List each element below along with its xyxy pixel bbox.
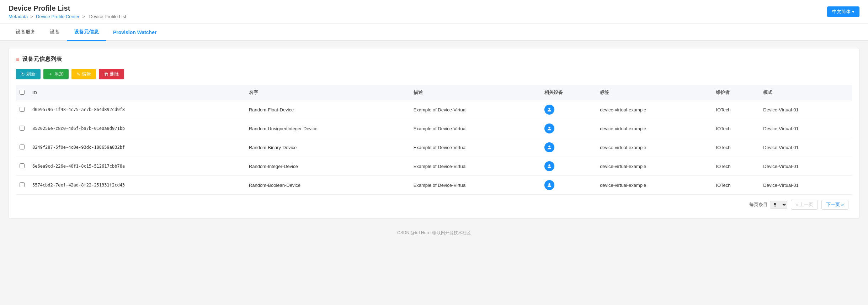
per-page-label: 每页条目 — [749, 201, 768, 208]
breadcrumb-metadata[interactable]: Metadata — [9, 14, 28, 19]
table-header-row: ID 名字 描述 相关设备 标签 维护者 模式 — [16, 85, 852, 100]
related-device-button[interactable] — [544, 105, 554, 115]
refresh-button[interactable]: ↻ 刷新 — [16, 69, 41, 79]
row-checkbox[interactable] — [20, 163, 25, 168]
row-checkbox[interactable] — [20, 126, 25, 131]
row-device-btn-cell — [541, 138, 596, 157]
row-model: Device-Virtual-01 — [760, 100, 852, 119]
tab-device-meta[interactable]: 设备元信息 — [67, 24, 106, 41]
svg-point-3 — [548, 164, 550, 166]
th-tags: 标签 — [596, 85, 712, 100]
th-checkbox — [16, 85, 29, 100]
row-model: Device-Virtual-01 — [760, 119, 852, 138]
row-maintainer: IOTech — [712, 176, 760, 195]
row-id: 8249f287-5f0e-4c0e-93dc-188659a832bf — [29, 138, 245, 157]
device-icon — [547, 163, 552, 169]
card-title: ≡ 设备元信息列表 — [16, 56, 852, 63]
row-device-btn-cell — [541, 176, 596, 195]
tabs-bar: 设备服务 设备 设备元信息 Provision Watcher — [0, 24, 868, 41]
edit-button[interactable]: ✎ 编辑 — [71, 69, 96, 79]
row-name: Random-Binary-Device — [245, 138, 410, 157]
delete-button[interactable]: 🗑 删除 — [99, 69, 124, 79]
th-model: 模式 — [760, 85, 852, 100]
table-row: 5574cbd2-7eef-42ad-8f22-251331f2cd43 Ran… — [16, 176, 852, 195]
card-title-text: 设备元信息列表 — [22, 56, 62, 63]
row-checkbox[interactable] — [20, 107, 25, 112]
row-tags: device-virtual-example — [596, 157, 712, 176]
footer-text: CSDN @IoTHub · 物联网开源技术社区 — [397, 230, 471, 235]
related-device-button[interactable] — [544, 142, 554, 152]
pagination-bar: 每页条目 5 10 20 « 上一页 下一页 » — [16, 195, 852, 211]
row-device-btn-cell — [541, 100, 596, 119]
related-device-button[interactable] — [544, 123, 554, 133]
device-icon — [547, 182, 552, 188]
svg-point-1 — [548, 127, 550, 128]
row-id: 6e6ea9cd-226e-40f1-8c15-512617cbb78a — [29, 157, 245, 176]
row-maintainer: IOTech — [712, 138, 760, 157]
device-icon — [547, 144, 552, 150]
row-id: 8520256e-c8c0-4d6f-ba7b-01e0a8d971bb — [29, 119, 245, 138]
select-all-checkbox[interactable] — [20, 90, 25, 95]
row-name: Random-UnsignedInteger-Device — [245, 119, 410, 138]
language-button[interactable]: 中文简体 ▾ — [827, 6, 859, 17]
related-device-button[interactable] — [544, 161, 554, 171]
row-name: Random-Integer-Device — [245, 157, 410, 176]
main-content: ≡ 设备元信息列表 ↻ 刷新 ＋ 添加 ✎ 编辑 🗑 删除 — [0, 41, 868, 226]
row-id: d0e95796-1f48-4c75-ac7b-864d892cd9f8 — [29, 100, 245, 119]
related-device-button[interactable] — [544, 180, 554, 190]
breadcrumb-device-profile-center[interactable]: Device Profile Center — [36, 14, 80, 19]
row-maintainer: IOTech — [712, 119, 760, 138]
row-description: Example of Device-Virtual — [410, 100, 541, 119]
row-model: Device-Virtual-01 — [760, 176, 852, 195]
svg-point-2 — [548, 146, 550, 147]
device-icon — [547, 107, 552, 112]
next-page-button[interactable]: 下一页 » — [821, 200, 848, 210]
add-button[interactable]: ＋ 添加 — [43, 69, 69, 79]
row-tags: device-virtual-example — [596, 100, 712, 119]
row-checkbox[interactable] — [20, 182, 25, 187]
svg-point-4 — [548, 183, 550, 185]
table-row: 8249f287-5f0e-4c0e-93dc-188659a832bf Ran… — [16, 138, 852, 157]
top-bar-left: Device Profile List Metadata > Device Pr… — [9, 4, 128, 19]
tab-provision-watcher[interactable]: Provision Watcher — [106, 25, 164, 41]
row-checkbox-cell — [16, 176, 29, 195]
row-checkbox-cell — [16, 119, 29, 138]
row-maintainer: IOTech — [712, 157, 760, 176]
edit-icon: ✎ — [76, 72, 80, 77]
row-tags: device-virtual-example — [596, 176, 712, 195]
card-title-icon: ≡ — [16, 56, 19, 63]
th-name: 名字 — [245, 85, 410, 100]
row-description: Example of Device-Virtual — [410, 176, 541, 195]
tab-device-service[interactable]: 设备服务 — [9, 24, 43, 41]
row-tags: device-virtual-example — [596, 138, 712, 157]
row-description: Example of Device-Virtual — [410, 157, 541, 176]
per-page-dropdown[interactable]: 5 10 20 — [770, 201, 787, 209]
row-checkbox[interactable] — [20, 144, 25, 149]
top-bar: Device Profile List Metadata > Device Pr… — [0, 0, 868, 24]
th-id: ID — [29, 85, 245, 100]
row-checkbox-cell — [16, 100, 29, 119]
refresh-icon: ↻ — [21, 72, 25, 77]
row-device-btn-cell — [541, 157, 596, 176]
page-title: Device Profile List — [9, 4, 128, 12]
prev-page-button[interactable]: « 上一页 — [791, 200, 818, 210]
footer: CSDN @IoTHub · 物联网开源技术社区 — [0, 226, 868, 240]
row-checkbox-cell — [16, 157, 29, 176]
row-id: 5574cbd2-7eef-42ad-8f22-251331f2cd43 — [29, 176, 245, 195]
table-row: 6e6ea9cd-226e-40f1-8c15-512617cbb78a Ran… — [16, 157, 852, 176]
row-description: Example of Device-Virtual — [410, 119, 541, 138]
add-icon: ＋ — [48, 71, 53, 77]
row-checkbox-cell — [16, 138, 29, 157]
row-maintainer: IOTech — [712, 100, 760, 119]
row-model: Device-Virtual-01 — [760, 157, 852, 176]
row-name: Random-Float-Device — [245, 100, 410, 119]
row-model: Device-Virtual-01 — [760, 138, 852, 157]
row-tags: device-virtual-example — [596, 119, 712, 138]
breadcrumb-current: Device Profile List — [89, 14, 126, 19]
row-name: Random-Boolean-Device — [245, 176, 410, 195]
tab-device[interactable]: 设备 — [43, 24, 67, 41]
table-row: d0e95796-1f48-4c75-ac7b-864d892cd9f8 Ran… — [16, 100, 852, 119]
device-profile-card: ≡ 设备元信息列表 ↻ 刷新 ＋ 添加 ✎ 编辑 🗑 删除 — [9, 48, 859, 219]
device-icon — [547, 126, 552, 131]
toolbar: ↻ 刷新 ＋ 添加 ✎ 编辑 🗑 删除 — [16, 69, 852, 79]
